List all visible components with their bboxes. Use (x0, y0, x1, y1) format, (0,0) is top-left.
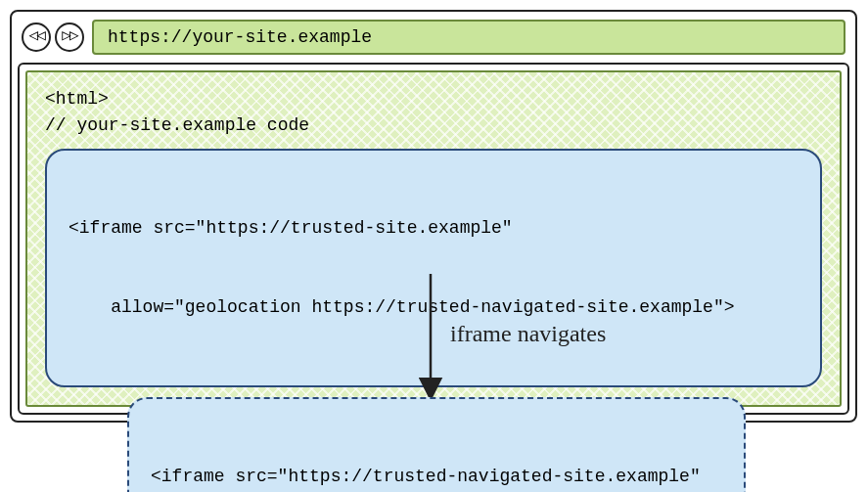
address-bar[interactable]: https://your-site.example (92, 20, 845, 55)
annotation-label: iframe navigates (450, 321, 606, 347)
title-bar: ◁◁ ▷▷ https://your-site.example (18, 18, 849, 63)
iframe-box-navigated: <iframe src="https://trusted-navigated-s… (127, 397, 746, 492)
forward-icon[interactable]: ▷▷ (55, 22, 84, 52)
code-line-comment: // your-site.example code (45, 112, 822, 139)
iframe2-line1: <iframe src="https://trusted-navigated-s… (151, 464, 722, 490)
arrow-icon (421, 274, 440, 401)
forward-icon-glyph: ▷▷ (62, 28, 76, 44)
back-icon[interactable]: ◁◁ (22, 22, 51, 52)
back-icon-glyph: ◁◁ (28, 28, 43, 44)
iframe1-line1: <iframe src="https://trusted-site.exampl… (69, 215, 799, 242)
nav-buttons: ◁◁ ▷▷ (22, 22, 84, 52)
code-line-html-open: <html> (45, 86, 822, 112)
